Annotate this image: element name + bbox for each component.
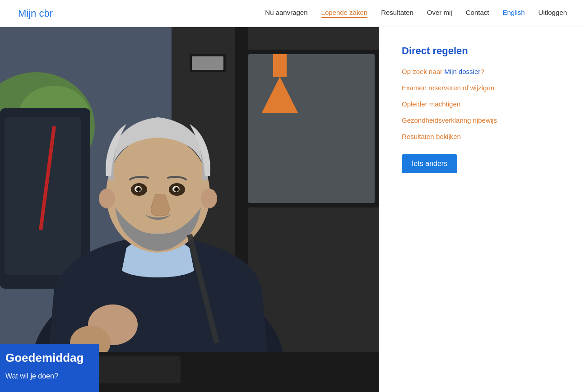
right-panel: Direct regelen Op zoek naar Mijn dossier… xyxy=(379,27,585,392)
question-text: Wat wil je doen? xyxy=(5,369,58,383)
svg-point-14 xyxy=(201,189,217,208)
dossier-suffix: ? xyxy=(480,68,484,75)
svg-point-19 xyxy=(136,187,141,192)
quick-link-dossier[interactable]: Op zoek naar Mijn dossier? xyxy=(402,68,484,75)
quick-link-item-resultaten: Resultaten bekijken xyxy=(402,133,562,141)
quick-links-list: Op zoek naar Mijn dossier? Examen reserv… xyxy=(402,68,562,141)
svg-point-20 xyxy=(174,187,179,192)
quick-link-item-opleider: Opleider machtigen xyxy=(402,100,562,108)
quick-link-gezondheid[interactable]: Gezondheidsverklaring rijbewijs xyxy=(402,116,497,124)
nav-nu-aanvragen[interactable]: Nu aanvragen xyxy=(265,9,307,18)
svg-point-13 xyxy=(99,189,115,208)
arrow-shaft xyxy=(273,54,287,77)
quick-link-resultaten[interactable]: Resultaten bekijken xyxy=(402,133,461,140)
nav-uitloggen[interactable]: Uitloggen xyxy=(539,9,567,18)
site-header: Mijn cbr Nu aanvragen Lopende zaken Resu… xyxy=(0,0,585,27)
nav-contact[interactable]: Contact xyxy=(466,9,489,18)
hero-image xyxy=(0,27,379,392)
svg-rect-8 xyxy=(5,117,81,275)
navigation-arrow xyxy=(262,54,298,113)
quick-link-opleider[interactable]: Opleider machtigen xyxy=(402,100,460,108)
nav-english[interactable]: English xyxy=(502,9,525,18)
iets-anders-button[interactable]: Iets anders xyxy=(402,154,457,173)
svg-rect-27 xyxy=(192,56,223,70)
main-content: Goedemiddag Wat wil je doen? Direct rege… xyxy=(0,27,585,392)
nav-over-mij[interactable]: Over mij xyxy=(427,9,452,18)
arrow-head xyxy=(262,77,298,113)
quick-link-item-dossier: Op zoek naar Mijn dossier? xyxy=(402,68,562,76)
nav-lopende-zaken[interactable]: Lopende zaken xyxy=(321,9,368,18)
quick-link-item-gezondheid: Gezondheidsverklaring rijbewijs xyxy=(402,116,562,125)
hero-bottom-overlay: Goedemiddag Wat wil je doen? xyxy=(0,344,99,392)
hero-photo: Goedemiddag Wat wil je doen? xyxy=(0,27,379,392)
nav-resultaten[interactable]: Resultaten xyxy=(381,9,413,18)
dossier-prefix: Op zoek naar xyxy=(402,68,444,75)
greeting-text: Goedemiddag xyxy=(5,351,90,365)
quick-link-item-examen: Examen reserveren of wijzigen xyxy=(402,84,562,92)
direct-regelen-title: Direct regelen xyxy=(402,45,562,57)
main-nav: Nu aanvragen Lopende zaken Resultaten Ov… xyxy=(265,9,567,18)
quick-link-examen[interactable]: Examen reserveren of wijzigen xyxy=(402,84,494,92)
dossier-link-text: Mijn dossier xyxy=(444,68,480,75)
hero-area: Goedemiddag Wat wil je doen? xyxy=(0,27,379,392)
site-logo[interactable]: Mijn cbr xyxy=(18,8,53,19)
